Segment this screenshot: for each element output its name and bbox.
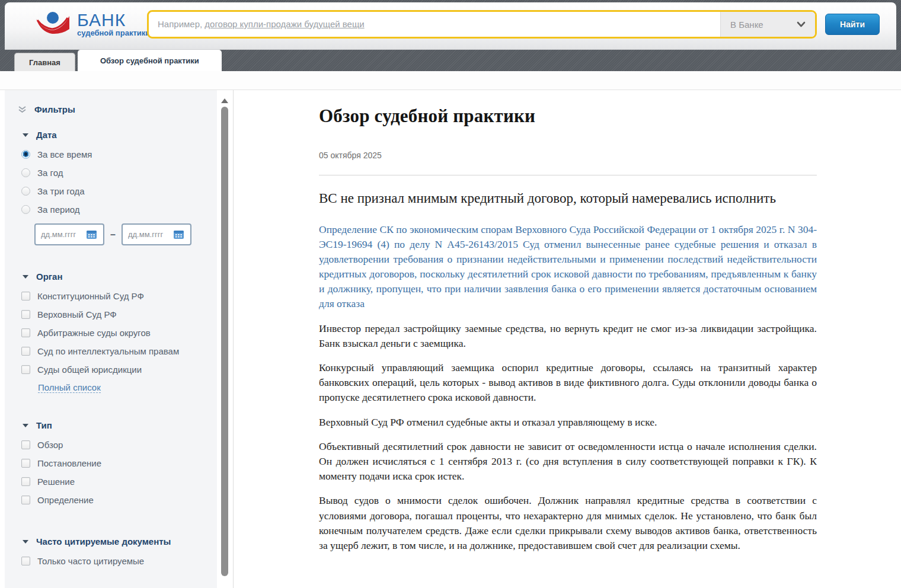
search-submit-button[interactable]: Найти: [825, 14, 880, 35]
radio-checked-icon: [21, 150, 30, 159]
radio-date-period[interactable]: За период: [21, 200, 217, 219]
section-date-header[interactable]: Дата: [23, 130, 217, 140]
scrollbar-thumb[interactable]: [221, 107, 228, 576]
article: Обзор судебной практики 05 октября 2025 …: [319, 106, 817, 553]
date-range: –: [34, 223, 217, 245]
calendar-icon[interactable]: [173, 229, 184, 239]
page: БАНК судебной практики Например, договор…: [0, 0, 901, 588]
triangle-down-icon: [23, 540, 28, 544]
radio-icon: [21, 168, 30, 177]
bank-logo-icon: [34, 11, 71, 38]
chevron-down-icon: [797, 21, 806, 27]
sidebar-scrollbar[interactable]: [221, 98, 229, 580]
scroll-up-arrow-icon[interactable]: [221, 98, 228, 103]
search-scope-dropdown[interactable]: В Банке: [720, 12, 815, 37]
date-from-field: [34, 223, 104, 245]
article-date: 05 октября 2025: [319, 151, 817, 160]
radio-icon: [21, 205, 30, 214]
checkbox-type-decision[interactable]: Решение: [21, 472, 217, 491]
filters-title: Фильтры: [34, 104, 75, 114]
checkbox-icon: [21, 310, 30, 319]
radio-date-year[interactable]: За год: [21, 164, 217, 182]
article-paragraph: Инвестор передал застройщику заемные сре…: [319, 321, 817, 351]
section-cited-title: Часто цитируемые документы: [36, 536, 171, 547]
section-organ-header[interactable]: Орган: [23, 271, 217, 282]
triangle-down-icon: [23, 133, 28, 137]
main-panel: Обзор судебной практики 05 октября 2025 …: [234, 90, 901, 588]
tab-bar: Главная Обзор судебной практики: [14, 50, 222, 71]
checkbox-icon: [21, 557, 30, 565]
calendar-icon[interactable]: [86, 229, 97, 239]
checkbox-type-ruling[interactable]: Определение: [21, 491, 217, 509]
full-list-link[interactable]: Полный список: [38, 382, 101, 393]
logo-title: БАНК: [77, 11, 150, 29]
content: Фильтры Дата За все время За год За три …: [0, 90, 901, 588]
checkbox-organ-arbitration-courts[interactable]: Арбитражные суды округов: [21, 324, 217, 342]
tab-home[interactable]: Главная: [14, 53, 75, 71]
radio-date-three-years[interactable]: За три года: [21, 182, 217, 200]
checkbox-type-review[interactable]: Обзор: [21, 436, 217, 454]
checkbox-organ-supreme-court[interactable]: Верховный Суд РФ: [21, 305, 217, 324]
search-scope-value: В Банке: [730, 20, 763, 30]
logo[interactable]: БАНК судебной практики: [34, 11, 150, 38]
article-paragraph: Вывод судов о мнимости сделок ошибочен. …: [319, 493, 817, 553]
search-field: Например, договор купли-продажи будущей …: [149, 12, 720, 37]
section-cited-header[interactable]: Часто цитируемые документы: [23, 536, 217, 547]
date-from-input[interactable]: [41, 230, 86, 239]
section-organ-title: Орган: [36, 271, 62, 282]
checkbox-icon: [21, 347, 30, 356]
article-paragraph: Конкурсный управляющий заемщика оспорил …: [319, 360, 817, 405]
checkbox-icon: [21, 292, 30, 301]
filters-sidebar: Фильтры Дата За все время За год За три …: [5, 90, 217, 588]
checkbox-icon: [21, 477, 30, 486]
checkbox-icon: [21, 440, 30, 449]
radio-icon: [21, 187, 30, 196]
subheader-strip: [0, 71, 901, 90]
section-date-title: Дата: [36, 130, 57, 140]
checkbox-organ-constitutional-court[interactable]: Конституционный Суд РФ: [21, 287, 217, 305]
radio-date-all-time[interactable]: За все время: [21, 145, 217, 164]
section-type-title: Тип: [36, 420, 52, 430]
date-to-field: [122, 223, 191, 245]
checkbox-icon: [21, 459, 30, 468]
logo-subtitle: судебной практики: [77, 29, 150, 37]
article-paragraph: Объективный десятилетний срок давности н…: [319, 439, 817, 484]
ruling-link[interactable]: Определение СК по экономическим спорам В…: [319, 222, 817, 312]
checkbox-icon: [21, 496, 30, 504]
checkbox-organ-general-jurisdiction[interactable]: Суды общей юрисдикции: [21, 360, 217, 379]
search-box: Например, договор купли-продажи будущей …: [147, 10, 817, 39]
checkbox-only-frequently-cited[interactable]: Только часто цитируемые: [21, 552, 217, 570]
page-title: Обзор судебной практики: [319, 106, 817, 127]
checkbox-icon: [21, 328, 30, 337]
article-paragraph: Верховный Суд РФ отменил судебные акты и…: [319, 415, 817, 430]
article-heading: ВС не признал мнимым кредитный договор, …: [319, 188, 817, 209]
checkbox-organ-ip-court[interactable]: Суд по интеллектуальным правам: [21, 342, 217, 360]
date-to-input[interactable]: [128, 230, 173, 239]
logo-text: БАНК судебной практики: [77, 11, 150, 37]
section-type-header[interactable]: Тип: [23, 420, 217, 430]
checkbox-icon: [21, 365, 30, 374]
top-chrome: БАНК судебной практики Например, договор…: [0, 0, 901, 71]
checkbox-type-resolution[interactable]: Постановление: [21, 454, 217, 472]
article-divider: [319, 175, 817, 175]
collapse-double-chevron-icon: [18, 106, 27, 113]
header: БАНК судебной практики Например, договор…: [5, 2, 896, 50]
filters-header[interactable]: Фильтры: [18, 104, 217, 114]
date-range-dash: –: [110, 229, 116, 240]
triangle-down-icon: [23, 275, 28, 279]
search-input[interactable]: [149, 12, 720, 37]
triangle-down-icon: [23, 424, 28, 427]
tab-review[interactable]: Обзор судебной практики: [78, 50, 222, 71]
